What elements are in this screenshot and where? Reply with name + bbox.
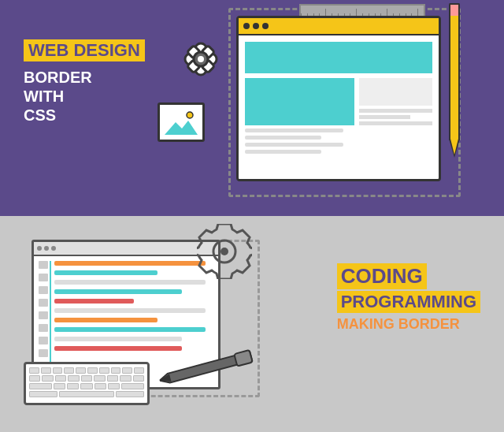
svg-point-12	[220, 248, 228, 255]
browser-image	[245, 78, 354, 125]
browser-content	[239, 35, 439, 163]
pencil-icon	[449, 14, 460, 164]
svg-point-7	[198, 56, 204, 62]
browser-main	[245, 78, 432, 157]
gear-icon-top	[181, 39, 220, 79]
browser-right	[359, 78, 432, 157]
bottom-panel-text: CODING PROGRAMMING MAKING BORDER	[337, 263, 480, 333]
gear-icon-bottom	[197, 224, 252, 279]
making-border-label: MAKING BORDER	[337, 316, 480, 333]
top-subtitle: BORDER WITH CSS	[24, 68, 145, 125]
web-design-badge: WEB DESIGN	[24, 39, 145, 61]
photo-icon	[158, 102, 205, 142]
svg-rect-14	[234, 350, 252, 367]
browser-dot	[243, 23, 250, 29]
programming-badge: PROGRAMMING	[337, 291, 480, 313]
browser-right-box	[359, 78, 432, 106]
browser-dot	[253, 23, 259, 29]
browser-header	[245, 42, 432, 73]
browser-dot	[262, 23, 269, 29]
top-panel: WEB DESIGN BORDER WITH CSS	[0, 0, 504, 216]
coding-badge: CODING	[337, 263, 427, 289]
browser-toolbar	[239, 18, 439, 35]
svg-point-9	[187, 112, 193, 118]
keyboard-icon	[24, 362, 150, 405]
top-panel-text: WEB DESIGN BORDER WITH CSS	[24, 39, 145, 125]
bottom-panel: CODING PROGRAMMING MAKING BORDER	[0, 216, 504, 432]
code-editor-toolbar	[34, 242, 218, 256]
browser-left	[245, 78, 354, 157]
browser-mockup-icon	[236, 16, 441, 181]
